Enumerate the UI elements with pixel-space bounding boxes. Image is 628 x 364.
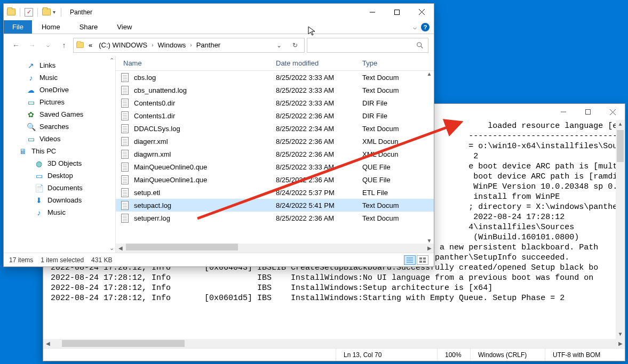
- nav-up-button[interactable]: ↑: [57, 38, 71, 52]
- file-name: DDACLSys.log: [134, 125, 276, 133]
- nav-forward-button[interactable]: →: [25, 38, 39, 52]
- explorer-close-button[interactable]: [409, 4, 434, 20]
- file-name: Contents0.dir: [134, 99, 276, 107]
- crumb-1[interactable]: (C:) WINDOWS: [97, 40, 149, 50]
- file-row[interactable]: diagerr.xml8/25/2022 2:36 AMXML Docun: [116, 135, 434, 148]
- file-row[interactable]: diagwrn.xml8/25/2022 2:36 AMXML Docun: [116, 148, 434, 160]
- sidebar-item-onedrive[interactable]: ☁OneDrive: [4, 84, 115, 96]
- col-header-name[interactable]: Name: [116, 59, 276, 67]
- music-icon: ♪: [35, 208, 43, 217]
- sidebar-item-pictures[interactable]: ▭Pictures: [4, 96, 115, 108]
- sidebar-item-label: OneDrive: [39, 86, 69, 94]
- sidebar-item-this-pc[interactable]: 🖥This PC: [4, 145, 115, 157]
- view-large-button[interactable]: [417, 255, 428, 265]
- ribbon-expand-icon[interactable]: ⌵: [413, 23, 417, 31]
- file-type: QUE File: [362, 176, 434, 184]
- status-item-count: 17 items: [9, 256, 33, 264]
- file-row[interactable]: cbs.log8/25/2022 3:33 AMText Docum: [116, 71, 434, 84]
- svg-point-8: [417, 42, 422, 46]
- document-icon: [116, 175, 134, 184]
- ribbon-view-tab[interactable]: View: [107, 20, 141, 34]
- sidebar-item-videos[interactable]: ▭Videos: [4, 133, 115, 145]
- sidebar-item-links[interactable]: ↗Links: [4, 59, 115, 71]
- file-list-vertical-scrollbar[interactable]: ▲ ▼: [425, 71, 434, 244]
- sidebar-item-downloads[interactable]: ⬇Downloads: [4, 194, 115, 206]
- desktop-icon: ▭: [35, 172, 43, 180]
- search-icon: [416, 42, 424, 49]
- file-row[interactable]: Contents0.dir8/25/2022 3:33 AMDIR File: [116, 96, 434, 109]
- file-row[interactable]: setuperr.log8/25/2022 2:36 AMText Docum: [116, 212, 434, 224]
- sidebar-scrollbar[interactable]: ⌃ ⌄: [106, 56, 115, 253]
- col-header-date[interactable]: Date modified: [276, 59, 362, 67]
- crumb-2[interactable]: Windows: [156, 40, 188, 50]
- col-header-type[interactable]: Type: [362, 59, 434, 67]
- column-headers[interactable]: Name Date modified Type: [116, 56, 434, 71]
- chevron-right-icon[interactable]: ›: [190, 42, 192, 48]
- chevron-right-icon[interactable]: ›: [152, 42, 153, 48]
- file-row[interactable]: setupact.log8/24/2022 5:41 PMText Docum: [116, 199, 434, 212]
- file-list-horizontal-scrollbar[interactable]: ◀ ▶: [116, 244, 434, 253]
- onedrive-icon: ☁: [27, 86, 35, 94]
- sidebar-item-music[interactable]: ♪Music: [4, 71, 115, 84]
- file-row[interactable]: Contents1.dir8/25/2022 2:36 AMDIR File: [116, 109, 434, 122]
- sidebar-item-label: Music: [39, 74, 58, 82]
- file-row[interactable]: MainQueueOnline0.que8/25/2022 3:33 AMQUE…: [116, 160, 434, 173]
- sidebar-item-searches[interactable]: 🔍Searches: [4, 120, 115, 133]
- sidebar-item-label: Videos: [39, 135, 61, 143]
- sidebar-item-desktop[interactable]: ▭Desktop: [4, 169, 115, 182]
- svg-rect-1: [586, 110, 591, 115]
- qat-checkbox-icon[interactable]: ✓: [25, 8, 33, 17]
- notepad-vertical-scrollbar[interactable]: ▲ ▼: [616, 120, 625, 339]
- file-row[interactable]: setup.etl8/24/2022 5:37 PMETL File: [116, 186, 434, 199]
- notepad-eol: Windows (CRLF): [470, 349, 545, 361]
- help-icon[interactable]: ?: [421, 23, 430, 31]
- qat-dropdown-icon[interactable]: ▾: [53, 9, 55, 15]
- notepad-maximize-button[interactable]: [576, 104, 600, 120]
- document-icon: [116, 214, 134, 223]
- file-type: XML Docun: [362, 150, 434, 158]
- file-name: setup.etl: [134, 189, 276, 197]
- file-type: Text Docum: [362, 214, 434, 222]
- sidebar-item-music[interactable]: ♪Music: [4, 206, 115, 219]
- notepad-close-button[interactable]: [600, 104, 625, 120]
- file-date: 8/25/2022 2:34 AM: [276, 125, 362, 133]
- nav-history-dropdown[interactable]: ⌵: [41, 38, 55, 52]
- document-icon: [116, 150, 134, 159]
- qat-folder-icon[interactable]: [42, 9, 51, 15]
- sidebar-item-label: Downloads: [47, 196, 82, 204]
- explorer-titlebar[interactable]: ✓ ▾ Panther: [4, 4, 434, 20]
- sidebar-item-3d-objects[interactable]: ◍3D Objects: [4, 157, 115, 169]
- sidebar-item-documents[interactable]: 📄Documents: [4, 182, 115, 194]
- refresh-icon[interactable]: ↻: [288, 42, 302, 49]
- sidebar-item-saved-games[interactable]: ✿Saved Games: [4, 108, 115, 120]
- nav-back-button[interactable]: ←: [9, 38, 23, 52]
- notepad-statusbar: Ln 13, Col 70 100% Windows (CRLF) UTF-8 …: [43, 348, 625, 361]
- file-date: 8/24/2022 5:41 PM: [276, 201, 362, 209]
- notepad-minimize-button[interactable]: [551, 104, 576, 120]
- address-dropdown-icon[interactable]: ⌄: [272, 42, 286, 49]
- file-row[interactable]: cbs_unattend.log8/25/2022 3:33 AMText Do…: [116, 84, 434, 96]
- svg-rect-15: [419, 261, 422, 263]
- file-name: diagwrn.xml: [134, 150, 276, 158]
- file-row[interactable]: DDACLSys.log8/25/2022 2:34 AMText Docum: [116, 122, 434, 135]
- ribbon-file-tab[interactable]: File: [4, 20, 32, 34]
- pictures-icon: ▭: [27, 98, 35, 107]
- explorer-maximize-button[interactable]: [385, 4, 409, 20]
- status-selected-count: 1 item selected: [41, 256, 84, 264]
- crumb-3[interactable]: Panther: [194, 40, 223, 50]
- file-row[interactable]: MainQueueOnline1.que8/25/2022 2:36 AMQUE…: [116, 173, 434, 186]
- notepad-encoding: UTF-8 with BOM: [545, 349, 625, 361]
- this-pc-icon: 🖥: [19, 147, 27, 156]
- view-details-button[interactable]: [404, 255, 416, 265]
- file-name: cbs_unattend.log: [134, 86, 276, 94]
- svg-rect-5: [395, 10, 400, 14]
- searches-icon: 🔍: [27, 123, 35, 131]
- notepad-horizontal-scrollbar[interactable]: ◀ ▶: [43, 339, 625, 348]
- ribbon-home-tab[interactable]: Home: [32, 20, 70, 34]
- ribbon-share-tab[interactable]: Share: [70, 20, 108, 34]
- search-input[interactable]: [307, 38, 428, 53]
- explorer-minimize-button[interactable]: [360, 4, 385, 20]
- saved-games-icon: ✿: [27, 110, 35, 119]
- address-bar[interactable]: « (C:) WINDOWS › Windows › Panther ⌄ ↻: [73, 38, 305, 53]
- crumb-root[interactable]: «: [86, 40, 94, 50]
